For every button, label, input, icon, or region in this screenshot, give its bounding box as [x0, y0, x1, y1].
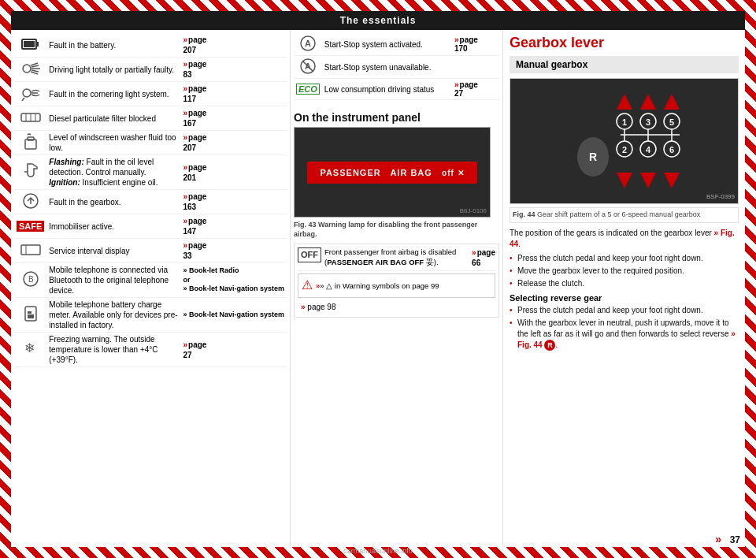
svg-rect-20 — [21, 245, 40, 255]
svg-text:R: R — [589, 151, 597, 163]
svg-rect-16 — [25, 140, 36, 149]
warning-table: Fault in the battery. page207 Driving li… — [14, 33, 287, 367]
cornering-light-page: page117 — [180, 82, 287, 106]
fig43-desc: Warning lamp for disabling the front pas… — [294, 221, 477, 238]
page-number: 37 — [730, 534, 740, 545]
svg-text:❄: ❄ — [24, 341, 35, 355]
mobile-bluetooth-desc: Mobile telephone is connected via Blueto… — [46, 263, 180, 298]
svg-point-3 — [23, 65, 31, 73]
svg-rect-26 — [28, 311, 32, 314]
svg-rect-17 — [28, 137, 34, 140]
svg-line-8 — [32, 70, 39, 72]
warning-text-1: » △ in Warning symbols on page 99 — [316, 281, 439, 291]
table-row: Service interval display page33 — [14, 239, 287, 263]
bullet-reverse-clutch: Press the clutch pedal and keep your foo… — [510, 305, 739, 316]
battery-icon — [14, 33, 46, 58]
header-title: The essentials — [340, 15, 417, 26]
driving-light-icon — [14, 58, 46, 82]
manual-gearbox-label: Manual gearbox — [510, 56, 739, 73]
warning-box-1: ⚠ » △ in Warning symbols on page 99 — [298, 273, 495, 298]
diesel-filter-icon — [14, 106, 46, 131]
airbag-warning-display: PASSENGER AIR BAG off ✕ — [307, 162, 476, 184]
table-row: Mobile telephone battery charge meter. A… — [14, 298, 287, 333]
svg-text:2: 2 — [622, 145, 627, 154]
fig43-caption: Fig. 43 Warning lamp for disabling the f… — [294, 221, 499, 239]
service-interval-desc: Service interval display — [46, 239, 180, 263]
table-row: Fault in the gearbox. page163 — [14, 190, 287, 214]
diesel-filter-page: page167 — [180, 106, 287, 131]
gearbox-fault-page: page163 — [180, 190, 287, 214]
battery-desc: Fault in the battery. — [46, 33, 180, 58]
gearbox-body-text: The position of the gears is indicated o… — [510, 228, 739, 250]
startstop-a-icon: A — [294, 33, 322, 56]
svg-rect-2 — [24, 41, 35, 47]
freezing-page: page27 — [180, 333, 287, 367]
mobile-battery-page: » Book-let Navi-gation system — [180, 298, 287, 333]
oil-level-icon — [14, 155, 46, 190]
fig44-label: Fig. 44 — [513, 210, 536, 218]
fig44-code: BSF-0399 — [706, 193, 735, 200]
svg-point-9 — [23, 89, 31, 97]
table-row: B Mobile telephone is connected via Blue… — [14, 263, 287, 298]
double-arrow-icon: » — [715, 533, 721, 545]
oil-level-desc: Flashing: Fault in the oil level detecti… — [46, 155, 180, 190]
table-row: Driving light totally or partially fault… — [14, 58, 287, 82]
off-icon: OFF — [298, 247, 321, 262]
fig44-caption: Fig. 44 Gear shift pattern of a 5 or 6-s… — [510, 207, 739, 223]
svg-rect-1 — [36, 42, 39, 46]
gearbox-fault-desc: Fault in the gearbox. — [46, 190, 180, 214]
left-section: Fault in the battery. page207 Driving li… — [11, 30, 291, 547]
mobile-bluetooth-icon: B — [14, 263, 46, 298]
svg-line-7 — [32, 65, 39, 67]
safe-label: SAFE — [17, 221, 44, 232]
right-section: Gearbox lever Manual gearbox R — [503, 30, 745, 547]
table-row: Fault in the battery. page207 — [14, 33, 287, 58]
page-98-ref: » page 98 — [298, 300, 495, 314]
svg-line-6 — [31, 72, 38, 74]
startstop-table: A Start-Stop system activated. page170 A… — [294, 33, 499, 100]
page-header: The essentials — [11, 11, 745, 30]
svg-text:3: 3 — [646, 117, 650, 127]
eco-desc: Low consumption driving status — [322, 79, 452, 100]
svg-line-11 — [22, 98, 24, 101]
table-row: SAFE Immobiliser active. page147 — [14, 214, 287, 239]
table-row: A Start-Stop system activated. page170 — [294, 33, 499, 56]
eco-page: page27 — [452, 79, 499, 100]
table-row: ❄ Freezing warning. The outside temperat… — [14, 333, 287, 367]
middle-section: A Start-Stop system activated. page170 A… — [291, 30, 503, 547]
immobiliser-desc: Immobiliser active. — [46, 214, 180, 239]
main-content: Fault in the battery. page207 Driving li… — [11, 30, 745, 547]
mobile-battery-icon — [14, 298, 46, 333]
table-row: A Start-Stop system unavailable. — [294, 56, 499, 79]
cornering-light-icon — [14, 82, 46, 106]
watermark: carmanualsonline.info — [343, 547, 413, 555]
driving-light-page: page83 — [180, 58, 287, 82]
freezing-icon: ❄ — [14, 333, 46, 367]
washer-fluid-icon — [14, 131, 46, 155]
table-row: Level of windscreen washer fluid too low… — [14, 131, 287, 155]
selecting-reverse-title: Selecting reverse gear — [510, 293, 739, 303]
immobiliser-page: page147 — [180, 214, 287, 239]
washer-fluid-desc: Level of windscreen washer fluid too low… — [46, 131, 180, 155]
service-interval-page: page33 — [180, 239, 287, 263]
notice-text: Front passenger front airbag is disabled… — [324, 247, 465, 267]
startstop-unavailable-page — [452, 56, 499, 79]
bullet-reverse-neutral: With the gearbox lever in neutral, push … — [510, 318, 739, 351]
page-inner: The essentials Fault in the battery. pag… — [11, 11, 745, 547]
bullet-clutch: Press the clutch pedal and keep your foo… — [510, 253, 739, 264]
startstop-activated-desc: Start-Stop system activated. — [322, 33, 452, 56]
table-row: Diesel particulate filter blocked page16… — [14, 106, 287, 131]
battery-page: page207 — [180, 33, 287, 58]
driving-light-desc: Driving light totally or partially fault… — [46, 58, 180, 82]
svg-text:A: A — [305, 39, 311, 48]
mobile-battery-desc: Mobile telephone battery charge meter. A… — [46, 298, 180, 333]
table-row: Flashing: Fault in the oil level detecti… — [14, 155, 287, 190]
svg-text:4: 4 — [646, 145, 651, 154]
svg-rect-25 — [28, 314, 34, 318]
diesel-filter-desc: Diesel particulate filter blocked — [46, 106, 180, 131]
table-row: ECO Low consumption driving status page2… — [294, 79, 499, 100]
gearbox-fault-icon — [14, 190, 46, 214]
cornering-light-desc: Fault in the cornering light system. — [46, 82, 180, 106]
gearbox-title: Gearbox lever — [510, 35, 739, 51]
bullet-move: Move the gearbox lever to the required p… — [510, 266, 739, 277]
